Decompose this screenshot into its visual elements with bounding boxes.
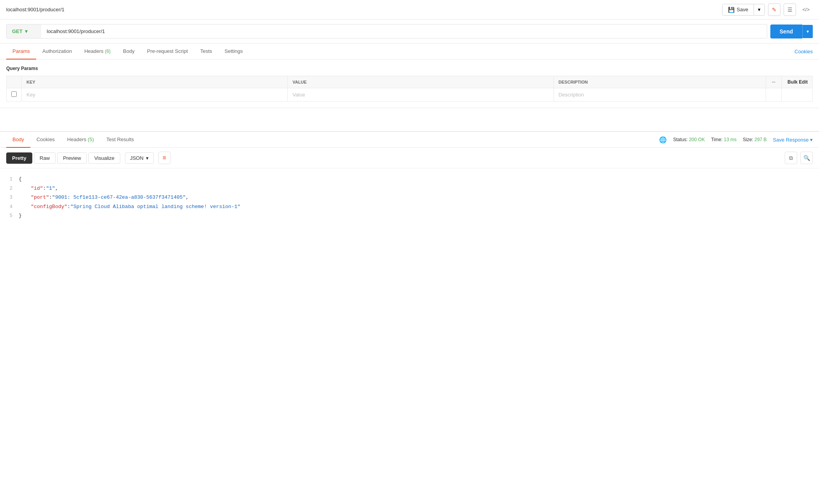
format-chevron: ▾ [146, 155, 149, 161]
save-btn-group: 💾 Save ▾ [722, 4, 765, 16]
line-num-2: 2 [0, 185, 19, 193]
top-bar: localhost:9001/producer/1 💾 Save ▾ ✎ ☰ <… [0, 0, 819, 19]
save-icon: 💾 [728, 7, 735, 13]
method-chevron: ▾ [25, 28, 28, 34]
json-key-configbody: "configBody" [31, 202, 67, 211]
time-label: Time: 13 ms [711, 137, 737, 142]
time-value: 13 ms [724, 137, 737, 142]
line-num-4: 4 [0, 203, 19, 212]
table-row: Key Value Description [7, 88, 813, 102]
response-tab-cookies[interactable]: Cookies [30, 132, 61, 148]
json-indent-3 [19, 193, 31, 202]
key-header: KEY [22, 76, 288, 88]
json-colon-2: : [43, 184, 46, 193]
json-line-3: 3 "port" : "9001: 5cf1e113-ce67-42ea-a83… [0, 193, 813, 202]
checkbox-header [7, 76, 22, 88]
tabs-right: Cookies [794, 49, 813, 54]
request-tabs: Params Authorization Headers (6) Body Pr… [0, 44, 819, 60]
line-num-3: 3 [0, 194, 19, 202]
response-meta: 🌐 Status: 200 OK Time: 13 ms Size: 297 B… [659, 136, 813, 144]
size-value: 297 B [754, 137, 766, 142]
line-num-1: 1 [0, 175, 19, 184]
request-title: localhost:9001/producer/1 [6, 7, 65, 12]
response-tab-body[interactable]: Body [6, 132, 30, 148]
value-header: VALUE [288, 76, 554, 88]
json-line-4: 4 "configBody" : "Spring Cloud Alibaba o… [0, 202, 813, 212]
json-line-2: 2 "id" : "1" , [0, 184, 813, 193]
json-val-id: "1" [46, 184, 55, 193]
json-comma-3: , [186, 193, 189, 202]
search-button[interactable]: 🔍 [800, 152, 813, 164]
save-button[interactable]: 💾 Save [722, 4, 754, 15]
code-toggle[interactable]: </> [799, 5, 813, 14]
view-visualize-button[interactable]: Visualize [88, 152, 120, 164]
json-close-brace: } [19, 211, 22, 220]
tab-headers[interactable]: Headers (6) [78, 44, 117, 60]
json-colon-3: : [49, 193, 52, 202]
format-label: JSON [130, 155, 144, 161]
wrap-button[interactable]: ≡ [158, 152, 170, 164]
tab-params[interactable]: Params [6, 44, 36, 60]
response-section: Body Cookies Headers (5) Test Results 🌐 … [0, 131, 819, 227]
copy-button[interactable]: ⧉ [785, 152, 797, 164]
row-actions-cell [766, 88, 782, 102]
send-button[interactable]: Send [770, 24, 802, 38]
row-checkbox-cell [7, 88, 22, 102]
format-select[interactable]: JSON ▾ [125, 152, 154, 164]
status-label: Status: 200 OK [673, 137, 705, 142]
row-extra-cell [782, 88, 813, 102]
params-table: KEY VALUE DESCRIPTION ··· Bulk Edit Key … [6, 76, 813, 102]
line-num-5: 5 [0, 212, 19, 220]
key-cell[interactable]: Key [22, 88, 288, 102]
globe-icon: 🌐 [659, 136, 667, 144]
json-line-5: 5 } [0, 211, 813, 220]
json-comma-2: , [55, 184, 58, 193]
response-tab-headers[interactable]: Headers (5) [61, 132, 100, 148]
json-colon-4: : [67, 202, 70, 211]
actions-header: ··· [766, 76, 782, 88]
json-response-body: 1 { 2 "id" : "1" , 3 "port" : "9001: 5cf… [0, 168, 819, 227]
method-label: GET [12, 28, 23, 34]
desc-cell[interactable]: Description [554, 88, 766, 102]
description-header: DESCRIPTION [554, 76, 766, 88]
edit-button[interactable]: ✎ [768, 4, 780, 16]
url-bar: GET ▾ Send ▾ [0, 19, 819, 44]
tab-body[interactable]: Body [117, 44, 141, 60]
json-line-1: 1 { [0, 175, 813, 184]
url-input[interactable] [41, 24, 767, 38]
tab-authorization[interactable]: Authorization [36, 44, 78, 60]
toolbar-right: ⧉ 🔍 [785, 152, 813, 164]
tab-tests[interactable]: Tests [194, 44, 218, 60]
bulk-edit-button[interactable]: Bulk Edit [782, 76, 813, 88]
response-tabs: Body Cookies Headers (5) Test Results 🌐 … [0, 132, 819, 148]
doc-button[interactable]: ☰ [784, 4, 796, 16]
status-value: 200 OK [689, 137, 705, 142]
json-indent-2 [19, 184, 31, 193]
save-response-button[interactable]: Save Response ▾ [773, 137, 813, 143]
json-indent-4 [19, 202, 31, 211]
view-pretty-button[interactable]: Pretty [6, 152, 32, 164]
response-toolbar: Pretty Raw Preview Visualize JSON ▾ ≡ ⧉ … [0, 148, 819, 168]
top-bar-actions: 💾 Save ▾ ✎ ☰ </> [722, 4, 813, 16]
json-key-port: "port" [31, 193, 49, 202]
save-chevron-button[interactable]: ▾ [754, 4, 765, 15]
value-cell[interactable]: Value [288, 88, 554, 102]
params-section: Query Params KEY VALUE DESCRIPTION ··· B… [0, 60, 819, 108]
tab-pre-request-script[interactable]: Pre-request Script [141, 44, 194, 60]
view-raw-button[interactable]: Raw [34, 152, 56, 164]
query-params-title: Query Params [6, 66, 813, 71]
cookies-link[interactable]: Cookies [794, 49, 813, 54]
json-val-port: "9001: 5cf1e113-ce67-42ea-a830-5637f3471… [52, 193, 186, 202]
method-select[interactable]: GET ▾ [6, 24, 41, 38]
send-chevron-button[interactable]: ▾ [802, 25, 813, 38]
response-tab-test-results[interactable]: Test Results [100, 132, 140, 148]
row-checkbox[interactable] [11, 91, 17, 97]
spacer [0, 108, 819, 131]
view-preview-button[interactable]: Preview [57, 152, 87, 164]
json-val-configbody: "Spring Cloud Alibaba optimal landing sc… [70, 202, 241, 211]
json-key-id: "id" [31, 184, 43, 193]
json-open-brace: { [19, 175, 22, 184]
tab-settings[interactable]: Settings [218, 44, 249, 60]
size-label: Size: 297 B [743, 137, 766, 142]
send-btn-group: Send ▾ [770, 24, 813, 38]
